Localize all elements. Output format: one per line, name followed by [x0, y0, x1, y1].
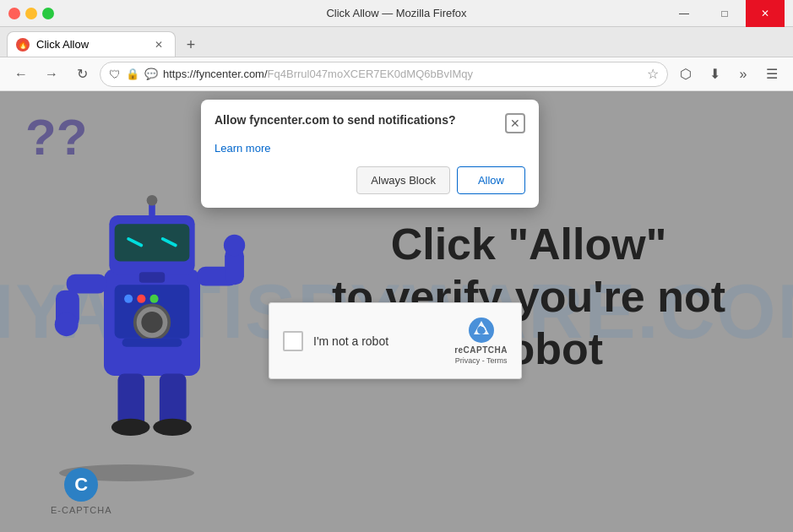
shield-icon: 🛡: [109, 68, 121, 81]
svg-point-3: [141, 312, 162, 333]
title-bar-left: [8, 8, 54, 19]
tab-bar: 🔥 Click Allow ✕ +: [0, 27, 793, 57]
svg-point-19: [111, 419, 150, 436]
menu-button[interactable]: ☰: [759, 62, 785, 87]
maximize-traffic-light[interactable]: [42, 8, 54, 19]
ecaptcha-label: E-CAPTCHA: [51, 505, 112, 515]
svg-point-22: [124, 295, 133, 303]
svg-point-23: [137, 295, 145, 303]
back-button[interactable]: ←: [8, 62, 34, 87]
download-button[interactable]: ⬇: [702, 62, 727, 87]
address-bar[interactable]: 🛡 🔒 💬 https://fyncenter.com/Fq4Brrul047m…: [100, 62, 668, 87]
popup-title: Allow fyncenter.com to send notification…: [215, 113, 505, 127]
click-allow-heading: Click "Allow": [332, 218, 725, 270]
svg-rect-21: [122, 339, 182, 347]
recaptcha-label: I'm not a robot: [313, 334, 388, 348]
recaptcha-checkbox[interactable]: [283, 331, 303, 351]
url-text: https://fyncenter.com/Fq4Brrul047moXCER7…: [163, 68, 642, 80]
popup-header: Allow fyncenter.com to send notification…: [215, 113, 525, 133]
svg-rect-10: [139, 272, 165, 283]
minimize-button[interactable]: —: [665, 0, 703, 27]
minimize-traffic-light[interactable]: [25, 8, 37, 19]
bookmark-icon[interactable]: ☆: [647, 66, 659, 82]
privacy-link[interactable]: Privacy: [455, 356, 481, 365]
svg-point-15: [55, 312, 79, 336]
reload-button[interactable]: ↻: [69, 62, 95, 87]
pocket-button[interactable]: ⬡: [673, 62, 698, 87]
always-block-button[interactable]: Always Block: [356, 166, 450, 194]
overflow-button[interactable]: »: [731, 62, 756, 87]
learn-more-link[interactable]: Learn more: [215, 142, 270, 155]
recaptcha-widget: I'm not a robot reCAPTCHA Privacy - Term…: [269, 302, 522, 379]
terms-link[interactable]: Terms: [486, 356, 508, 365]
svg-point-16: [224, 235, 245, 256]
svg-point-9: [147, 195, 158, 206]
tab-label: Click Allow: [36, 38, 89, 51]
allow-button[interactable]: Allow: [457, 166, 525, 194]
maximize-button[interactable]: □: [705, 0, 744, 27]
popup-buttons: Always Block Allow: [215, 166, 525, 194]
svg-point-24: [149, 295, 158, 303]
title-bar: Click Allow — Mozilla Firefox — □ ✕: [0, 0, 793, 27]
url-domain: https://fyncenter.com/: [163, 68, 268, 80]
page-content: MYANTISPYWARE.COM ??: [0, 91, 793, 532]
url-path: Fq4Brrul047moXCER7EK0dMQ6bBvIMqy: [268, 68, 474, 80]
notification-icon: 💬: [144, 68, 158, 80]
close-traffic-light[interactable]: [8, 8, 20, 19]
forward-button[interactable]: →: [39, 62, 64, 87]
close-button[interactable]: ✕: [746, 0, 785, 27]
toolbar-icons: ⬡ ⬇ » ☰: [673, 62, 785, 87]
ecaptcha-icon: C: [64, 468, 98, 502]
svg-rect-5: [115, 224, 190, 261]
popup-close-button[interactable]: ✕: [505, 113, 525, 133]
active-tab[interactable]: 🔥 Click Allow ✕: [7, 31, 176, 57]
notification-popup: Allow fyncenter.com to send notification…: [201, 100, 539, 208]
tab-favicon: 🔥: [16, 38, 30, 52]
new-tab-button[interactable]: +: [179, 33, 203, 57]
navigation-bar: ← → ↻ 🛡 🔒 💬 https://fyncenter.com/Fq4Brr…: [0, 57, 793, 91]
recaptcha-logo-icon: [468, 317, 495, 344]
recaptcha-left: I'm not a robot: [283, 331, 388, 351]
recaptcha-brand: reCAPTCHA: [454, 345, 508, 355]
title-bar-right: — □ ✕: [665, 0, 785, 27]
svg-point-20: [153, 419, 192, 436]
recaptcha-right: reCAPTCHA Privacy - Terms: [454, 317, 508, 365]
lock-icon: 🔒: [126, 68, 139, 80]
ecaptcha-logo-area: C E-CAPTCHA: [51, 468, 112, 515]
tab-close-button[interactable]: ✕: [151, 37, 166, 52]
window-title: Click Allow — Mozilla Firefox: [326, 7, 466, 19]
recaptcha-links: Privacy - Terms: [455, 356, 508, 365]
